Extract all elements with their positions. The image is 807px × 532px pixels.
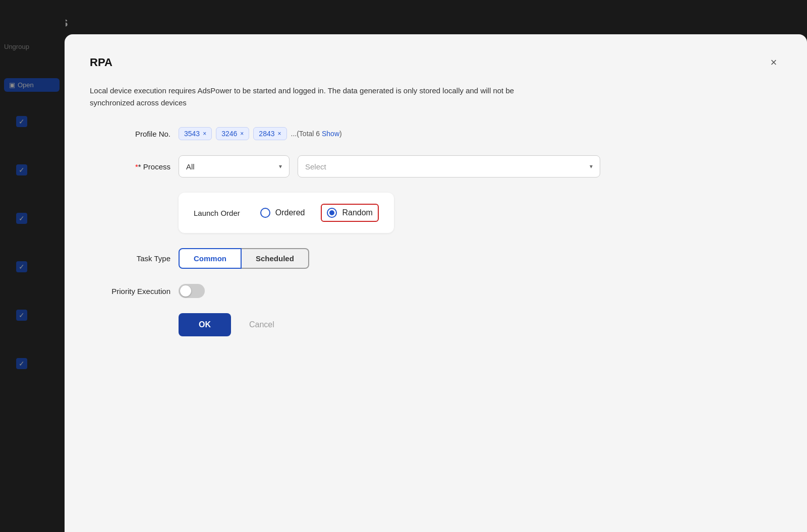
chevron-down-icon-1: ▾ — [279, 163, 282, 170]
show-link[interactable]: Show — [322, 130, 339, 138]
priority-execution-label: Priority Execution — [90, 287, 170, 295]
radio-circle-ordered — [260, 208, 270, 218]
profile-tag-value-2: 3246 — [221, 130, 237, 138]
modal-header: RPA × — [90, 54, 782, 71]
profile-tag-3[interactable]: 2843 × — [253, 127, 286, 140]
task-btn-scheduled[interactable]: Scheduled — [242, 248, 309, 269]
profile-no-label: Profile No. — [90, 130, 170, 138]
task-type-group: Common Scheduled — [179, 248, 309, 269]
radio-ordered[interactable]: Ordered — [260, 208, 305, 218]
chevron-down-icon-2: ▾ — [590, 163, 593, 170]
process-label: ** Process — [90, 162, 170, 171]
rpa-modal: RPA × Local device execution requires Ad… — [65, 34, 807, 532]
radio-group-launch-order: Ordered Random — [260, 204, 379, 222]
process-dropdown-select[interactable]: Select ▾ — [298, 155, 600, 178]
radio-random-label: Random — [342, 208, 372, 217]
ok-button[interactable]: OK — [179, 313, 231, 336]
process-row: ** Process All ▾ Select ▾ — [90, 155, 782, 178]
launch-order-card: Launch Order Ordered Random — [179, 193, 394, 233]
process-dropdown-value: All — [186, 162, 195, 171]
cancel-button[interactable]: Cancel — [239, 313, 284, 336]
tag-remove-3[interactable]: × — [278, 130, 281, 137]
profile-tag-2[interactable]: 3246 × — [216, 127, 249, 140]
task-type-row: Task Type Common Scheduled — [90, 248, 782, 269]
process-dropdown-all[interactable]: All ▾ — [179, 155, 290, 178]
close-button[interactable]: × — [766, 54, 782, 71]
task-btn-common[interactable]: Common — [179, 248, 242, 269]
toggle-knob — [180, 285, 191, 297]
action-row: OK Cancel — [179, 313, 782, 336]
task-type-label: Task Type — [90, 254, 170, 263]
profile-tag-value-3: 2843 — [259, 130, 274, 138]
priority-execution-row: Priority Execution — [90, 284, 782, 298]
launch-order-label: Launch Order — [194, 209, 240, 217]
profile-no-row: Profile No. 3543 × 3246 × 2843 × ...(Tot… — [90, 127, 782, 140]
profile-tag-1[interactable]: 3543 × — [179, 127, 212, 140]
profile-tag-value-1: 3543 — [184, 130, 200, 138]
notice-text: Local device execution requires AdsPower… — [90, 85, 544, 109]
profile-tags: 3543 × 3246 × 2843 × ...(Total 6 Show) — [179, 127, 342, 140]
tag-remove-2[interactable]: × — [240, 130, 244, 137]
radio-circle-random — [327, 208, 337, 218]
required-star: * — [135, 162, 138, 171]
radio-ordered-label: Ordered — [275, 208, 305, 217]
process-dropdown-placeholder: Select — [305, 162, 326, 171]
tag-remove-1[interactable]: × — [203, 130, 206, 137]
modal-title: RPA — [90, 56, 112, 69]
total-show-text: ...(Total 6 Show) — [291, 130, 342, 138]
priority-toggle[interactable] — [179, 284, 205, 298]
radio-random[interactable]: Random — [321, 204, 378, 222]
